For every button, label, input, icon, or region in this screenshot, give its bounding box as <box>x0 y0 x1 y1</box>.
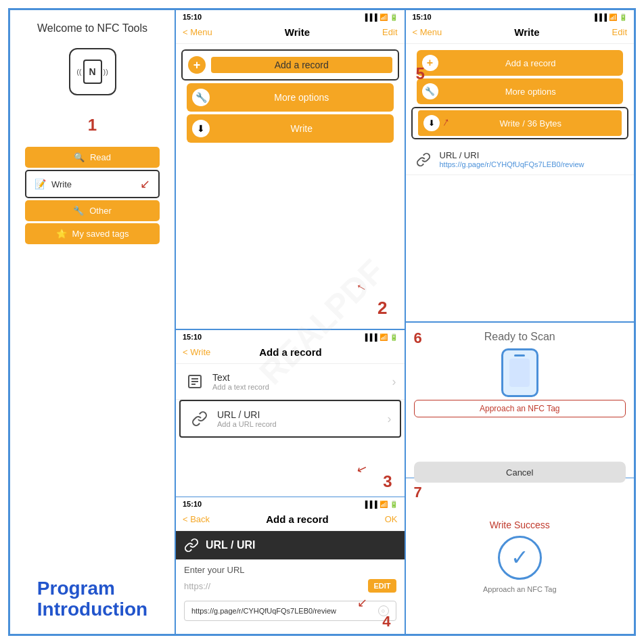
nav-bar-5: < Menu Write Edit <box>406 24 635 44</box>
chevron-text <box>392 375 396 389</box>
time-5: 15:10 <box>413 13 432 21</box>
panel5-buttons: + Add a record 🔧 More options <box>406 44 635 145</box>
wrench-icon-5: 🔧 <box>422 83 438 99</box>
enter-url-label: Enter your URL <box>176 559 405 576</box>
success-sub-label: Approach an NFC Tag <box>483 585 557 593</box>
status-icons-5: ▐▐▐ 📶 🔋 <box>593 14 627 21</box>
saved-tags-button[interactable]: ⭐ My saved tags <box>25 223 160 244</box>
signal-icon-3: ▐▐▐ <box>363 334 377 341</box>
panel-7-success: Write Success ✓ Approach an NFC Tag 7 <box>406 478 635 634</box>
welcome-title: Welcome to NFC Tools <box>37 22 147 34</box>
time-4: 15:10 <box>183 500 202 508</box>
add-record-row[interactable]: + Add a record <box>183 51 398 79</box>
nav-edit-2[interactable]: Edit <box>382 27 397 37</box>
panel-4-url-entry: 15:10 ▐▐▐ 📶 🔋 < Back Add a record OK <box>176 497 405 634</box>
panel-5-write-bytes: 15:10 ▐▐▐ 📶 🔋 < Menu Write Edit <box>405 9 635 322</box>
nav-back-4[interactable]: < Back <box>183 514 210 524</box>
other-label: Other <box>89 206 112 216</box>
arrow-2: ↑ <box>352 281 369 294</box>
text-record-icon <box>184 371 206 392</box>
wrench-icon: 🔧 <box>192 89 210 106</box>
arrow-4: ↙ <box>357 595 367 610</box>
url-record-sub: Add a URL record <box>217 420 381 428</box>
nav-bar-4: < Back Add a record OK <box>176 511 405 531</box>
step-6-number: 6 <box>414 329 422 347</box>
scan-phone-container <box>406 348 635 397</box>
phone-speaker <box>514 354 525 356</box>
nav-title-5: Write <box>514 26 539 38</box>
nfc-letter: N <box>83 60 102 84</box>
nfc-logo: (( N )) <box>69 48 116 95</box>
menu-area: 🔍 Read 📝 Write ↙ 🔧 Other ⭐ My saved <box>18 145 166 246</box>
search-icon: 🔍 <box>74 152 85 162</box>
status-icons-4: ▐▐▐ 📶 🔋 <box>363 501 397 508</box>
col-right: 15:10 ▐▐▐ 📶 🔋 < Menu Write Edit <box>405 9 635 635</box>
more-options-btn-5[interactable]: 🔧 More options <box>417 78 624 104</box>
url-input-row: https:// EDIT <box>176 576 405 595</box>
edit-button[interactable]: EDIT <box>368 579 396 593</box>
add-record-label-5: Add a record <box>444 58 618 68</box>
time-2: 15:10 <box>183 13 202 21</box>
status-bar-5: 15:10 ▐▐▐ 📶 🔋 <box>406 10 635 24</box>
program-intro: ProgramIntroduction <box>37 578 147 620</box>
text-record-text: Text Add a text record <box>212 372 386 391</box>
panel-1-welcome: Welcome to NFC Tools (( N )) 1 🔍 <box>9 9 175 635</box>
status-bar-3: 15:10 ▐▐▐ 📶 🔋 <box>176 330 405 344</box>
url-record-highlight: URL / URI Add a URL record <box>179 400 401 438</box>
checkmark-icon: ✓ <box>511 545 529 570</box>
download-icon: ⬇ <box>192 120 210 137</box>
write-btn-label: Write <box>215 123 388 134</box>
status-bar-2: 15:10 ▐▐▐ 📶 🔋 <box>176 10 405 24</box>
more-options-label-5: More options <box>444 87 618 97</box>
step-2-number: 2 <box>377 298 387 319</box>
uri-row-5: URL / URI https://g.page/r/CYHQfUqFQs7LE… <box>406 145 635 175</box>
text-record-title: Text <box>212 372 386 383</box>
write-button[interactable]: 📝 Write ↙ <box>25 170 160 198</box>
nav-back-3[interactable]: < Write <box>183 347 210 357</box>
arrow-3: ↙ <box>354 460 369 478</box>
more-options-btn[interactable]: 🔧 More options <box>187 83 394 112</box>
battery-icon-3: 🔋 <box>390 334 398 341</box>
ready-to-scan-title: Ready to Scan <box>406 323 635 346</box>
step-3-number: 3 <box>383 472 392 491</box>
time-3: 15:10 <box>183 333 202 341</box>
more-options-label: More options <box>215 92 388 103</box>
add-record-btn-5[interactable]: + Add a record <box>417 50 624 76</box>
status-bar-4: 15:10 ▐▐▐ 📶 🔋 <box>176 497 405 511</box>
battery-icon-5: 🔋 <box>619 14 627 21</box>
nav-title-3: Add a record <box>259 346 322 358</box>
nav-bar-3: < Write Add a record <box>176 344 405 364</box>
text-record-sub: Add a text record <box>212 383 386 391</box>
signal-icon: ▐▐▐ <box>363 14 377 21</box>
wifi-icon-5: 📶 <box>609 14 617 21</box>
wifi-icon-4: 📶 <box>380 501 388 508</box>
url-header-label: URL / URI <box>206 539 255 551</box>
text-record-item[interactable]: Text Add a text record <box>176 364 405 400</box>
nav-back-2[interactable]: < Menu <box>183 27 212 37</box>
download-icon-5: ⬇ <box>423 115 440 131</box>
read-button[interactable]: 🔍 Read <box>25 147 160 168</box>
read-label: Read <box>90 152 111 162</box>
cancel-button[interactable]: Cancel <box>414 461 626 482</box>
url-placeholder: https:// <box>184 581 363 591</box>
nav-back-5[interactable]: < Menu <box>413 27 442 37</box>
uri-text-5: URL / URI https://g.page/r/CYHQfUqFQs7LE… <box>440 150 626 168</box>
chevron-url <box>388 412 392 426</box>
url-record-icon <box>189 408 210 430</box>
plus-icon: + <box>188 56 206 74</box>
approach-nfc-button[interactable]: Approach an NFC Tag <box>414 400 626 417</box>
saved-tags-label: My saved tags <box>72 229 129 239</box>
battery-icon: 🔋 <box>390 14 398 21</box>
col-middle: 15:10 ▐▐▐ 📶 🔋 < Menu Write Edit <box>175 9 405 635</box>
other-button[interactable]: 🔧 Other <box>25 200 160 221</box>
url-result-value: https://g.page/r/CYHQfUqFQs7LEB0/review <box>191 607 336 615</box>
cancel-row: Cancel <box>406 461 635 482</box>
nav-ok-4[interactable]: OK <box>385 514 398 524</box>
nav-edit-5[interactable]: Edit <box>612 27 627 37</box>
url-record-item[interactable]: URL / URI Add a URL record <box>181 401 400 436</box>
status-icons-2: ▐▐▐ 📶 🔋 <box>363 14 397 21</box>
signal-icon-4: ▐▐▐ <box>363 501 377 508</box>
add-record-btn-highlight: + Add a record <box>181 49 399 80</box>
wifi-icon: 📶 <box>380 14 388 21</box>
write-btn[interactable]: ⬇ Write <box>187 114 394 143</box>
